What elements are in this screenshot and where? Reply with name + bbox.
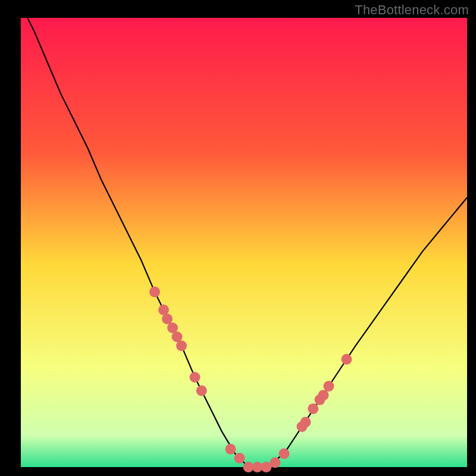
chart-svg — [0, 0, 476, 476]
highlight-point — [342, 354, 352, 365]
highlight-point — [300, 417, 311, 428]
highlight-point — [318, 390, 329, 400]
highlight-point — [324, 381, 334, 392]
highlight-point — [149, 287, 160, 298]
highlight-point — [234, 453, 245, 464]
highlight-point — [176, 340, 187, 351]
highlight-point — [196, 386, 207, 396]
plot-background — [21, 18, 467, 467]
highlight-point — [270, 458, 281, 468]
chart-canvas: TheBottleneck.com — [0, 0, 476, 476]
highlight-point — [162, 314, 173, 324]
watermark-text: TheBottleneck.com — [355, 2, 469, 18]
highlight-point — [190, 372, 201, 383]
highlight-point — [308, 403, 318, 414]
highlight-point — [226, 444, 236, 455]
highlight-point — [279, 448, 290, 459]
